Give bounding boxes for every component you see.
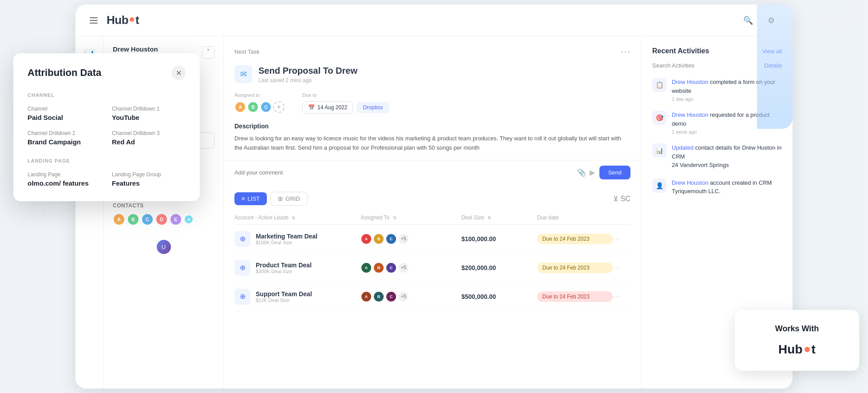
deal-due-col-1: Due to 24 Feb 2023 bbox=[537, 234, 613, 244]
deal-size-1: $100,000.00 bbox=[461, 235, 537, 242]
hamburger-menu[interactable] bbox=[90, 17, 98, 24]
deal-av-more-2: +5 bbox=[398, 262, 409, 274]
panels: Drew Houston CEO, Dropbox ˅ w Houston bbox=[104, 36, 793, 389]
due-to-block: Due to 📅 14 Aug 2022 Dropbox bbox=[302, 92, 389, 114]
deal-name-1: Marketing Team Deal bbox=[256, 233, 317, 240]
landing-page-field: Landing Page olmo.com/ features bbox=[28, 171, 101, 187]
due-to-label: Due to bbox=[302, 92, 389, 98]
works-dot bbox=[805, 347, 810, 352]
comment-row: 📎 ▶ Send bbox=[224, 160, 641, 185]
channel-section-label: CHANNEL bbox=[28, 92, 186, 98]
description-title: Description bbox=[234, 123, 630, 130]
deal-size-col-1: $100,000.00 bbox=[461, 235, 537, 242]
activity-icon-4: 👤 bbox=[652, 179, 666, 193]
search-icon[interactable]: 🔍 bbox=[741, 13, 755, 28]
deal-assigned-col-2: A B C +5 bbox=[361, 262, 461, 274]
deal-assigned-col-3: A B C +5 bbox=[361, 291, 461, 302]
deals-table: Account - Active Leads ⇅ Assigned To ⇅ D… bbox=[234, 211, 630, 389]
deal-more-btn-1[interactable]: ··· bbox=[613, 235, 630, 243]
deal-sub-1: $100K Deal Size bbox=[256, 240, 317, 245]
filter-icon[interactable]: ⊻ SC bbox=[613, 195, 630, 203]
add-assignee-btn[interactable]: + bbox=[273, 101, 285, 113]
logo: Hubt bbox=[107, 13, 139, 27]
due-date-value: 14 Aug 2022 bbox=[317, 104, 347, 111]
assigned-to-block: Assigned to A B C + bbox=[234, 92, 285, 114]
task-more-btn[interactable]: ··· bbox=[621, 47, 630, 56]
activities-title: Recent Activities bbox=[652, 47, 709, 55]
deal-avatars-3: A B C +5 bbox=[361, 291, 461, 302]
task-assignees: A B C + bbox=[234, 101, 285, 113]
deal-av-2: B bbox=[373, 233, 384, 245]
deal-avatars-2: A B C +5 bbox=[361, 262, 461, 274]
works-with-title: Works With bbox=[745, 324, 848, 333]
col-deal-header: Deal Size ⇅ bbox=[461, 214, 537, 221]
deal-actions-col-2: ··· bbox=[613, 264, 630, 272]
due-date-input[interactable]: 📅 14 Aug 2022 bbox=[302, 101, 353, 114]
table-controls: ≡ LIST ⊞ GRID ⊻ SC bbox=[234, 185, 630, 211]
contact-avatar-4: D bbox=[155, 213, 168, 226]
activity-company-4: Tyriquemouth LLC. bbox=[672, 188, 721, 195]
table-row: ⊕ Support Team Deal $12K Deal Size A B bbox=[234, 282, 630, 311]
comment-input[interactable] bbox=[234, 169, 573, 176]
deal-size-col-2: $200,000.00 bbox=[461, 264, 537, 271]
contact-avatar-2: B bbox=[127, 213, 139, 226]
drilldown3-label: Channel Drilldown 3 bbox=[112, 130, 186, 136]
deal-name-2: Product Team Deal bbox=[256, 262, 312, 269]
deal-account-col: ⊕ Marketing Team Deal $100K Deal Size bbox=[234, 231, 361, 247]
activity-text-4: Drew Houston account created in CRM Tyri… bbox=[672, 179, 772, 196]
sort-icon-account[interactable]: ⇅ bbox=[292, 215, 295, 220]
list-tab[interactable]: ≡ LIST bbox=[234, 192, 267, 205]
activity-actor-link-1[interactable]: Drew Houston bbox=[672, 79, 708, 85]
list-icon: ≡ bbox=[242, 195, 245, 202]
drilldown3-field: Channel Drilldown 3 Red Ad bbox=[112, 130, 186, 146]
grid-tab[interactable]: ⊞ GRID bbox=[270, 192, 308, 206]
landing-page-value: olmo.com/ features bbox=[28, 179, 101, 187]
contact-avatar-5: E bbox=[170, 213, 182, 226]
arrow-icon[interactable]: ▶ bbox=[590, 168, 595, 177]
activity-actor-link-3[interactable]: Updated bbox=[672, 144, 694, 151]
deal-av-3-3: C bbox=[385, 291, 397, 302]
top-bar: Hubt 🔍 ⚙ bbox=[75, 4, 793, 36]
drilldown1-value: YouTube bbox=[112, 114, 186, 121]
table-row: ⊕ Marketing Team Deal $100K Deal Size A … bbox=[234, 225, 630, 254]
contacts-label: Contacts bbox=[113, 202, 214, 209]
landing-group-field: Landing Page Group Features bbox=[112, 171, 186, 187]
deal-icon-2: ⊕ bbox=[234, 260, 250, 276]
col-account-header: Account - Active Leads ⇅ bbox=[234, 214, 361, 221]
sort-icon-assigned[interactable]: ⇅ bbox=[393, 215, 396, 220]
attr-grid: Channel Paid Social Channel Drilldown 1 … bbox=[28, 106, 186, 146]
contact-name: Drew Houston bbox=[113, 45, 158, 53]
activity-actor-link-2[interactable]: Drew Houston bbox=[672, 111, 708, 118]
grid-icon: ⊞ bbox=[278, 195, 283, 202]
contact-avatars-row: A B C D E ⚙ bbox=[113, 213, 214, 226]
attachment-icon[interactable]: 📎 bbox=[577, 168, 586, 177]
deal-size-col-3: $500,000.00 bbox=[461, 293, 537, 300]
deal-av-2-1: A bbox=[361, 262, 372, 274]
assignee-2: B bbox=[247, 101, 259, 113]
activity-item: 👤 Drew Houston account created in CRM Ty… bbox=[652, 179, 782, 196]
contact-chevron-btn[interactable]: ˅ bbox=[202, 46, 214, 59]
deal-av-3-2: B bbox=[373, 291, 384, 302]
deal-av-more-3: +5 bbox=[398, 291, 409, 302]
send-button[interactable]: Send bbox=[599, 166, 630, 179]
deal-av-more: +5 bbox=[398, 233, 409, 245]
table-row: ⊕ Product Team Deal $200K Deal Size A B bbox=[234, 254, 630, 282]
col-assigned-header: Assigned To ⇅ bbox=[361, 214, 461, 221]
drilldown2-label: Channel Drilldown 2 bbox=[28, 130, 101, 136]
task-title: Send Proposal To Drew bbox=[258, 65, 357, 76]
deal-icon-3: ⊕ bbox=[234, 289, 250, 305]
activity-content-3: Updated contact details for Drew Huston … bbox=[672, 143, 782, 170]
sort-icon-deal[interactable]: ⇅ bbox=[488, 215, 491, 220]
user-avatar: U bbox=[157, 240, 171, 254]
due-badge-3: Due to 24 Feb 2023 bbox=[537, 291, 613, 302]
landing-page-label: Landing Page bbox=[28, 171, 101, 178]
deal-account-col: ⊕ Product Team Deal $200K Deal Size bbox=[234, 260, 361, 276]
deal-more-btn-2[interactable]: ··· bbox=[613, 264, 630, 272]
attribution-header: Attribution Data ✕ bbox=[28, 66, 186, 80]
deal-name-block-1: Marketing Team Deal $100K Deal Size bbox=[256, 233, 317, 245]
activity-actor-link-4[interactable]: Drew Houston bbox=[672, 179, 708, 186]
deal-av-1: A bbox=[361, 233, 372, 245]
close-button[interactable]: ✕ bbox=[171, 66, 186, 80]
col-due-header: Due date bbox=[537, 214, 613, 221]
deal-more-btn-3[interactable]: ··· bbox=[613, 293, 630, 301]
